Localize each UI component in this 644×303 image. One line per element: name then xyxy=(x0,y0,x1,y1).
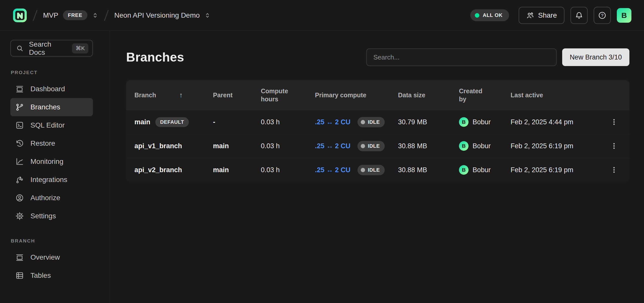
sidebar-item-integrations[interactable]: Integrations xyxy=(10,171,93,189)
chevron-updown-icon xyxy=(204,12,211,19)
status-dot-icon xyxy=(475,13,479,18)
history-clock-icon xyxy=(15,139,24,148)
new-branch-button[interactable]: New Branch 3/10 xyxy=(562,48,629,66)
overview-icon xyxy=(15,253,24,262)
idle-dot-icon xyxy=(361,168,365,172)
table-header-row: Branch ↑ Parent Compute hours Primary co… xyxy=(126,80,629,110)
column-header-created-by: Created by xyxy=(459,87,511,103)
row-menu-button[interactable] xyxy=(607,115,621,129)
status-label: ALL OK xyxy=(483,12,503,18)
sidebar-item-label: Restore xyxy=(30,139,55,147)
data-size: 30.79 MB xyxy=(398,118,459,126)
chevron-updown-icon xyxy=(92,12,98,19)
column-header-last-active: Last active xyxy=(511,91,606,99)
row-menu-button[interactable] xyxy=(607,163,621,177)
breadcrumb-divider xyxy=(33,10,38,21)
bell-icon xyxy=(575,11,583,19)
parent-branch: main xyxy=(213,142,261,150)
branch-search-input[interactable] xyxy=(366,48,557,66)
section-label-branch: BRANCH xyxy=(11,238,93,244)
search-icon xyxy=(16,45,23,52)
compute-hours: 0.03 h xyxy=(261,142,315,150)
kebab-menu-icon xyxy=(610,142,618,150)
branch-name[interactable]: api_v1_branch xyxy=(134,142,182,150)
column-header-branch[interactable]: Branch ↑ xyxy=(134,91,213,99)
sidebar-item-tables[interactable]: Tables xyxy=(10,266,93,285)
status-badge: IDLE xyxy=(357,117,385,127)
terminal-icon xyxy=(15,121,24,130)
compute-size-link[interactable]: .25 ↔ 2 CU xyxy=(315,142,350,150)
column-header-parent: Parent xyxy=(213,91,261,99)
sidebar-item-label: Overview xyxy=(30,253,60,261)
data-size: 30.88 MB xyxy=(398,166,459,174)
system-status-badge[interactable]: ALL OK xyxy=(470,9,509,21)
status-label: IDLE xyxy=(368,167,380,173)
column-header-primary-compute: Primary compute xyxy=(315,91,398,99)
breadcrumb-project-selector[interactable]: Neon API Versioning Demo xyxy=(114,11,211,19)
creator-avatar: B xyxy=(459,141,469,151)
sidebar-item-label: SQL Editor xyxy=(30,121,65,129)
sidebar-item-overview[interactable]: Overview xyxy=(10,248,93,266)
help-button[interactable]: ? xyxy=(594,7,611,24)
share-button[interactable]: Share xyxy=(519,7,564,24)
compute-size-link[interactable]: .25 ↔ 2 CU xyxy=(315,166,350,174)
status-badge: IDLE xyxy=(357,165,385,175)
breadcrumb-divider xyxy=(104,10,109,21)
status-badge: IDLE xyxy=(357,141,385,151)
sidebar-item-monitoring[interactable]: Monitoring xyxy=(10,153,93,171)
top-bar: MVP FREE Neon API Versioning Demo ALL OK xyxy=(0,0,644,31)
creator-avatar: B xyxy=(459,117,469,127)
idle-dot-icon xyxy=(361,120,365,124)
table-row[interactable]: api_v2_branch main 0.03 h .25 ↔ 2 CU IDL… xyxy=(126,158,629,182)
dashboard-icon xyxy=(15,85,24,93)
last-active: Feb 2, 2025 6:19 pm xyxy=(511,166,606,174)
parent-branch: - xyxy=(213,118,261,126)
sidebar-item-label: Settings xyxy=(30,212,56,220)
people-icon xyxy=(526,11,534,19)
main-content: Branches New Branch 3/10 Branch ↑ Parent… xyxy=(110,31,644,303)
column-header-compute-hours: Compute hours xyxy=(261,87,315,103)
creator-name: Bobur xyxy=(473,166,491,174)
notifications-button[interactable] xyxy=(570,7,588,24)
idle-dot-icon xyxy=(361,144,365,148)
search-docs-label: Search Docs xyxy=(29,40,66,56)
sidebar-item-branches[interactable]: Branches xyxy=(10,98,93,116)
branch-name[interactable]: api_v2_branch xyxy=(134,166,182,174)
breadcrumb-org-selector[interactable]: MVP FREE xyxy=(43,10,98,20)
compute-hours: 0.03 h xyxy=(261,166,315,174)
page-title: Branches xyxy=(126,50,184,65)
kebab-menu-icon xyxy=(610,118,618,126)
table-row[interactable]: api_v1_branch main 0.03 h .25 ↔ 2 CU IDL… xyxy=(126,134,629,158)
branch-name[interactable]: main xyxy=(134,118,150,126)
neon-logo-icon[interactable] xyxy=(13,8,27,23)
gear-icon xyxy=(15,212,24,220)
status-label: IDLE xyxy=(368,119,380,125)
creator-name: Bobur xyxy=(473,142,491,150)
user-avatar[interactable]: B xyxy=(617,8,631,23)
share-label: Share xyxy=(538,11,557,19)
sidebar-item-label: Authorize xyxy=(30,194,60,202)
search-docs-button[interactable]: Search Docs ⌘K xyxy=(10,40,93,57)
last-active: Feb 2, 2025 6:19 pm xyxy=(511,142,606,150)
table-row[interactable]: main DEFAULT - 0.03 h .25 ↔ 2 CU IDLE 30… xyxy=(126,110,629,134)
org-name: MVP xyxy=(43,11,58,19)
section-label-project: PROJECT xyxy=(11,70,93,75)
sidebar: Search Docs ⌘K PROJECT Dashboard xyxy=(0,31,110,303)
row-menu-button[interactable] xyxy=(607,139,621,153)
sidebar-item-restore[interactable]: Restore xyxy=(10,134,93,153)
project-name: Neon API Versioning Demo xyxy=(114,11,200,19)
sidebar-item-settings[interactable]: Settings xyxy=(10,207,93,225)
sidebar-item-label: Tables xyxy=(30,271,51,280)
status-label: IDLE xyxy=(368,143,380,149)
sidebar-item-dashboard[interactable]: Dashboard xyxy=(10,80,93,98)
sidebar-item-authorize[interactable]: Authorize xyxy=(10,189,93,207)
parent-branch: main xyxy=(213,166,261,174)
sidebar-item-label: Branches xyxy=(30,103,60,111)
sidebar-item-sql-editor[interactable]: SQL Editor xyxy=(10,116,93,134)
plan-badge: FREE xyxy=(63,10,87,20)
table-grid-icon xyxy=(15,271,24,280)
svg-text:?: ? xyxy=(601,13,603,18)
sidebar-item-label: Integrations xyxy=(30,176,67,184)
question-circle-icon: ? xyxy=(598,11,606,19)
compute-size-link[interactable]: .25 ↔ 2 CU xyxy=(315,118,350,126)
